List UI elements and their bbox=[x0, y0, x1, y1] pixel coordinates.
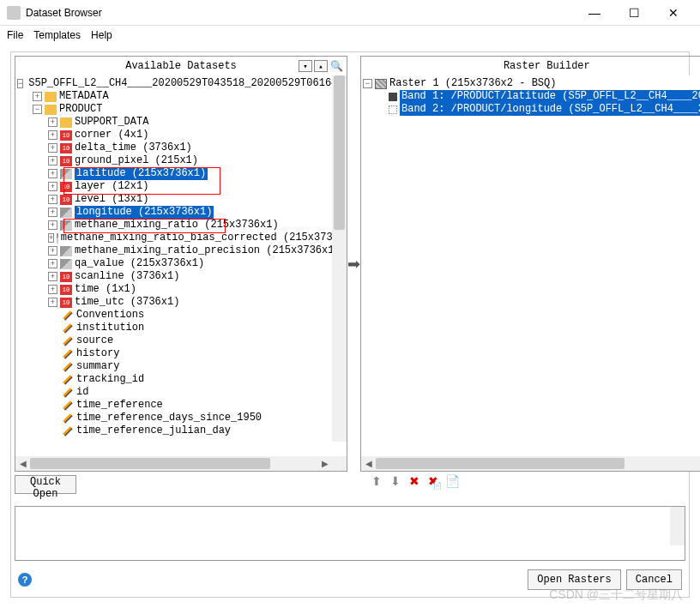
help-icon[interactable]: ? bbox=[18, 573, 32, 587]
tree-delta-time[interactable]: delta_time (3736x1) bbox=[75, 141, 192, 154]
attr-icon bbox=[63, 323, 72, 333]
tree-expander[interactable]: + bbox=[48, 208, 57, 217]
attr-icon bbox=[63, 400, 72, 410]
tree-summary[interactable]: summary bbox=[76, 360, 119, 373]
tree-latitude[interactable]: latitude (215x3736x1) bbox=[75, 167, 208, 180]
binoculars-icon[interactable]: 🔍 bbox=[329, 60, 343, 72]
tree-tracking-id[interactable]: tracking_id bbox=[76, 373, 144, 386]
tree-institution[interactable]: institution bbox=[76, 322, 144, 334]
cancel-button[interactable]: Cancel bbox=[626, 569, 682, 590]
tree-expander[interactable]: + bbox=[33, 92, 42, 101]
available-datasets-tree[interactable]: −S5P_OFFL_L2__CH4____20200529T043518_202… bbox=[15, 75, 347, 456]
data-icon bbox=[60, 169, 72, 179]
tree-scanline[interactable]: scanline (3736x1) bbox=[75, 270, 179, 283]
folder-icon bbox=[45, 105, 57, 115]
tree-layer[interactable]: layer (12x1) bbox=[75, 180, 148, 193]
attr-icon bbox=[63, 362, 72, 371]
attr-icon bbox=[63, 426, 72, 436]
close-button[interactable]: ✕ bbox=[654, 0, 693, 26]
raster-builder-tree[interactable]: −Raster 1 (215x3736x2 - BSQ) Band 1: /PR… bbox=[361, 75, 700, 456]
band-1[interactable]: Band 1: /PRODUCT/latitude (S5P_OFFL_L2__… bbox=[400, 90, 700, 103]
tree-expander[interactable]: + bbox=[48, 143, 57, 153]
tree-id[interactable]: id bbox=[76, 386, 88, 399]
tree-expander[interactable]: + bbox=[48, 195, 57, 204]
tree-time[interactable]: time (1x1) bbox=[75, 283, 136, 296]
dim-icon: 10 bbox=[60, 143, 72, 154]
tree-conventions[interactable]: Conventions bbox=[76, 309, 144, 322]
scroll-right-icon[interactable]: ▶ bbox=[317, 456, 332, 471]
scrollbar-horizontal[interactable]: ◀ ▶ bbox=[15, 456, 347, 471]
band-2[interactable]: Band 2: /PRODUCT/longitude (S5P_OFFL_L2_… bbox=[400, 103, 700, 116]
collapse-icon[interactable]: ▾ bbox=[299, 60, 312, 72]
dim-icon: 10 bbox=[60, 285, 72, 295]
quick-open-button[interactable]: Quick Open bbox=[15, 475, 76, 494]
maximize-button[interactable]: ☐ bbox=[614, 0, 654, 26]
tree-qa[interactable]: qa_value (215x3736x1) bbox=[75, 257, 204, 270]
tree-ground-pixel[interactable]: ground_pixel (215x1) bbox=[75, 154, 198, 167]
tree-product[interactable]: PRODUCT bbox=[59, 103, 102, 116]
tree-level[interactable]: level (13x1) bbox=[75, 193, 148, 206]
tree-expander[interactable]: + bbox=[48, 298, 57, 307]
tree-expander[interactable]: + bbox=[48, 246, 57, 256]
scroll-left-icon[interactable]: ◀ bbox=[361, 456, 376, 471]
tree-expander[interactable]: + bbox=[48, 220, 57, 230]
move-right-icon[interactable]: ➡ bbox=[347, 255, 360, 274]
tree-root[interactable]: S5P_OFFL_L2__CH4____20200529T043518_2020… bbox=[28, 77, 347, 90]
attr-icon bbox=[63, 349, 72, 358]
attr-icon bbox=[63, 310, 72, 320]
menu-help[interactable]: Help bbox=[91, 29, 112, 41]
tree-source[interactable]: source bbox=[76, 334, 113, 347]
scrollbar-vertical[interactable] bbox=[332, 75, 347, 442]
tree-support-data[interactable]: SUPPORT_DATA bbox=[75, 116, 148, 129]
scrollbar-vertical[interactable] bbox=[670, 507, 685, 545]
tree-time-ref[interactable]: time_reference bbox=[76, 399, 163, 412]
menu-file[interactable]: File bbox=[7, 29, 23, 41]
tree-expander[interactable]: − bbox=[17, 79, 23, 88]
band-off-icon bbox=[389, 105, 397, 114]
tree-expander[interactable]: + bbox=[48, 285, 57, 294]
tree-expander[interactable]: + bbox=[48, 169, 57, 178]
data-icon bbox=[60, 208, 72, 218]
dim-icon: 10 bbox=[60, 298, 72, 308]
tree-expander[interactable]: + bbox=[48, 130, 57, 140]
tree-longitude[interactable]: longitude (215x3736x1) bbox=[75, 206, 214, 219]
tree-history[interactable]: history bbox=[76, 347, 119, 360]
data-icon bbox=[60, 259, 72, 269]
remove-icon[interactable]: ✖ bbox=[407, 474, 421, 488]
raster-toolbar: ⬆ ⬇ ✖ ✖📄 📄 bbox=[366, 472, 462, 491]
open-rasters-button[interactable]: Open Rasters bbox=[528, 569, 620, 590]
minimize-button[interactable]: — bbox=[575, 0, 614, 26]
tree-expander[interactable]: + bbox=[48, 233, 54, 243]
move-up-icon[interactable]: ⬆ bbox=[370, 474, 383, 488]
tree-expander[interactable]: − bbox=[363, 79, 372, 88]
tree-expander[interactable]: + bbox=[48, 182, 57, 191]
raster-icon bbox=[375, 79, 387, 89]
tree-time-ref-jd[interactable]: time_reference_julian_day bbox=[76, 424, 231, 437]
tree-metadata[interactable]: METADATA bbox=[59, 90, 109, 103]
band-on-icon bbox=[389, 93, 397, 101]
tree-time-ref-days[interactable]: time_reference_days_since_1950 bbox=[76, 412, 262, 424]
tree-expander[interactable]: + bbox=[48, 156, 57, 166]
dim-icon: 10 bbox=[60, 130, 72, 141]
attr-icon bbox=[63, 336, 72, 346]
data-icon bbox=[57, 233, 57, 244]
log-output bbox=[15, 506, 685, 561]
tree-time-utc[interactable]: time_utc (3736x1) bbox=[75, 296, 179, 309]
tree-expander[interactable]: + bbox=[48, 272, 57, 281]
dim-icon: 10 bbox=[60, 156, 72, 166]
tree-mmr-p[interactable]: methane_mixing_ratio_precision (215x3736… bbox=[75, 244, 341, 257]
menu-templates[interactable]: Templates bbox=[33, 29, 81, 41]
expand-icon[interactable]: ▴ bbox=[314, 60, 328, 72]
scroll-left-icon[interactable]: ◀ bbox=[15, 456, 30, 471]
remove-all-icon[interactable]: ✖📄 bbox=[426, 474, 440, 488]
tree-expander[interactable]: + bbox=[48, 117, 57, 127]
add-doc-icon[interactable]: 📄 bbox=[445, 474, 459, 488]
raster-root[interactable]: Raster 1 (215x3736x2 - BSQ) bbox=[389, 77, 556, 90]
tree-corner[interactable]: corner (4x1) bbox=[75, 129, 148, 141]
tree-mmr[interactable]: methane_mixing_ratio (215x3736x1) bbox=[75, 219, 279, 232]
move-down-icon[interactable]: ⬇ bbox=[389, 474, 402, 488]
tree-expander[interactable]: + bbox=[48, 259, 57, 268]
tree-mmr-bc[interactable]: methane_mixing_ratio_bias_corrected (215… bbox=[61, 232, 345, 244]
scrollbar-horizontal[interactable]: ◀ ▶ bbox=[361, 456, 700, 471]
tree-expander[interactable]: − bbox=[33, 105, 42, 114]
